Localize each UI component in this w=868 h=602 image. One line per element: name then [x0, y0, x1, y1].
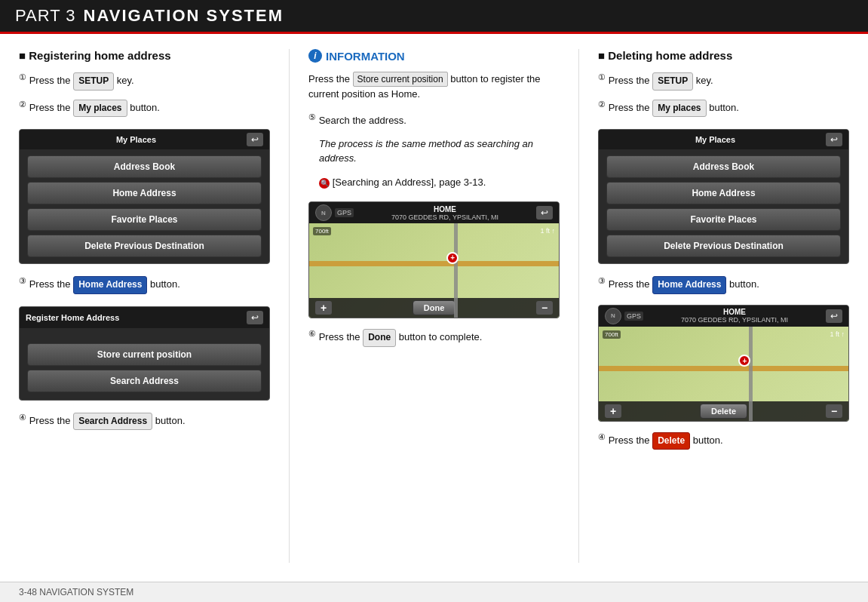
distance-1: 1 ft ↑ — [540, 227, 555, 235]
home-address-btn-1[interactable]: Home Address — [73, 276, 147, 293]
col1-step3: ③ Press the Home Address button. — [19, 275, 270, 294]
menu-item-favorite-places-3[interactable]: Favorite Places — [606, 208, 841, 231]
map-bottom-2: + Delete − — [599, 401, 848, 421]
page-title: NAVIGATION SYSTEM — [84, 6, 284, 26]
nav-title-bar-1: My Places ↩ — [20, 130, 269, 149]
col1-step4: ④ Press the Search Address button. — [19, 411, 270, 431]
map-location-2: HOME — [643, 308, 826, 316]
info-heading: i INFORMATION — [308, 49, 560, 63]
register-menu: Store current position Search Address — [20, 328, 269, 400]
map-bottom-1: + Done − — [309, 298, 559, 318]
col-register: Registering home address ① Press the SET… — [19, 49, 270, 563]
my-places-ui-1: My Places ↩ Address Book Home Address Fa… — [19, 129, 270, 264]
menu-item-home-address-1[interactable]: Home Address — [27, 182, 262, 204]
store-current-highlight: Store current position — [353, 72, 448, 87]
myplaces-btn-1[interactable]: My places — [73, 100, 127, 117]
col1-step2: ② Press the My places button. — [19, 98, 270, 118]
altitude-2: 700ft — [603, 330, 621, 339]
register-home-ui: Register Home Address ↩ Store current po… — [19, 306, 270, 401]
gps-label-2: GPS — [624, 312, 643, 321]
map-top-bar-2: N GPS HOME 7070 GEDDES RD, YPSILANTI, MI… — [599, 306, 848, 327]
col2-ref: 🔍 [Searching an Address], page 3-13. — [308, 175, 560, 190]
register-title: Register Home Address — [26, 313, 119, 322]
col3-heading: Deleting home address — [598, 49, 849, 62]
my-places-ui-3: My Places ↩ Address Book Home Address Fa… — [598, 129, 849, 264]
menu-item-delete-prev-1[interactable]: Delete Previous Destination — [27, 235, 262, 257]
menu-item-delete-prev-3[interactable]: Delete Previous Destination — [606, 235, 841, 257]
col-delete: Deleting home address ① Press the SETUP … — [598, 49, 849, 563]
setup-btn-1[interactable]: SETUP — [73, 72, 114, 90]
nav-back-btn-3[interactable]: ↩ — [826, 133, 842, 146]
page-header: PART 3 NAVIGATION SYSTEM — [0, 0, 868, 34]
nav-title-bar-3: My Places ↩ — [599, 130, 848, 149]
compass-1: N — [315, 204, 332, 221]
done-btn-1[interactable]: Done — [413, 300, 456, 315]
map-2: N GPS HOME 7070 GEDDES RD, YPSILANTI, MI… — [598, 305, 849, 422]
page-footer: 3-48 NAVIGATION SYSTEM — [0, 582, 868, 602]
part-label: PART 3 — [15, 6, 76, 26]
zoom-in-2[interactable]: + — [605, 404, 621, 418]
map-back-2[interactable]: ↩ — [826, 309, 842, 323]
col-info: i INFORMATION Press the Store current po… — [308, 49, 560, 563]
register-back-btn[interactable]: ↩ — [247, 311, 263, 324]
col3-step1: ① Press the SETUP key. — [598, 71, 849, 91]
menu-item-address-book-3[interactable]: Address Book — [606, 155, 841, 178]
nav-menu-3: Address Book Home Address Favorite Place… — [599, 149, 848, 263]
search-address-btn[interactable]: Search Address — [27, 370, 262, 392]
col1-step1: ① Press the SETUP key. — [19, 71, 270, 91]
home-address-btn-3[interactable]: Home Address — [652, 276, 726, 293]
map-1: N GPS HOME 7070 GEDDES RD, YPSILANTI, MI… — [308, 201, 560, 318]
menu-item-address-book-1[interactable]: Address Book — [27, 155, 262, 178]
delete-btn-map[interactable]: Delete — [700, 404, 747, 419]
map-address-1: 7070 GEDDES RD, YPSILANTI, MI — [354, 213, 536, 221]
col3-step3: ③ Press the Home Address button. — [598, 275, 849, 294]
store-current-btn[interactable]: Store current position — [27, 343, 262, 366]
map-pin-1 — [446, 252, 459, 264]
main-content: Registering home address ① Press the SET… — [0, 34, 868, 574]
search-address-inline-btn[interactable]: Search Address — [73, 413, 152, 430]
nav-back-btn-1[interactable]: ↩ — [247, 133, 263, 146]
col2-step6: ⑥ Press the Done button to complete. — [308, 327, 560, 347]
register-title-bar: Register Home Address ↩ — [20, 307, 269, 328]
col3-step2: ② Press the My places button. — [598, 98, 849, 118]
info-text: Press the Store current position button … — [308, 72, 560, 102]
map-gps-info-2: N GPS — [605, 308, 643, 324]
map-back-1[interactable]: ↩ — [536, 206, 553, 220]
divider-2 — [578, 49, 579, 563]
nav-title-1: My Places — [26, 135, 247, 144]
done-inline-btn[interactable]: Done — [363, 329, 396, 346]
zoom-out-1[interactable]: − — [536, 301, 553, 315]
map-address-block-2: HOME 7070 GEDDES RD, YPSILANTI, MI — [643, 308, 826, 324]
zoom-in-1[interactable]: + — [315, 301, 332, 315]
gps-label-1: GPS — [335, 208, 354, 217]
compass-2: N — [605, 308, 621, 324]
col2-method-text: The process is the same method as search… — [308, 137, 560, 166]
setup-btn-3[interactable]: SETUP — [652, 72, 693, 90]
divider-1 — [289, 49, 290, 563]
col1-heading: Registering home address — [19, 49, 270, 62]
delete-inline-btn[interactable]: Delete — [652, 432, 690, 450]
zoom-out-2[interactable]: − — [826, 404, 842, 418]
nav-title-3: My Places — [605, 135, 826, 144]
myplaces-btn-3[interactable]: My places — [652, 100, 706, 117]
menu-item-favorite-places-1[interactable]: Favorite Places — [27, 208, 262, 231]
altitude-1: 700ft — [313, 227, 331, 235]
map-address-block-1: HOME 7070 GEDDES RD, YPSILANTI, MI — [354, 205, 536, 221]
menu-item-home-address-3[interactable]: Home Address — [606, 182, 841, 204]
map-address-2: 7070 GEDDES RD, YPSILANTI, MI — [643, 316, 826, 324]
info-icon: i — [308, 49, 322, 63]
col2-step5: ⑤ Search the address. — [308, 111, 560, 129]
map-gps-info-1: N GPS — [315, 204, 354, 221]
map-top-bar-1: N GPS HOME 7070 GEDDES RD, YPSILANTI, MI… — [309, 202, 559, 223]
map-location-1: HOME — [354, 205, 536, 213]
col3-step4: ④ Press the Delete button. — [598, 431, 849, 450]
search-ref-icon: 🔍 — [319, 178, 330, 189]
distance-2: 1 ft ↑ — [830, 330, 845, 338]
footer-text: 3-48 NAVIGATION SYSTEM — [19, 587, 133, 597]
nav-menu-1: Address Book Home Address Favorite Place… — [20, 149, 269, 263]
